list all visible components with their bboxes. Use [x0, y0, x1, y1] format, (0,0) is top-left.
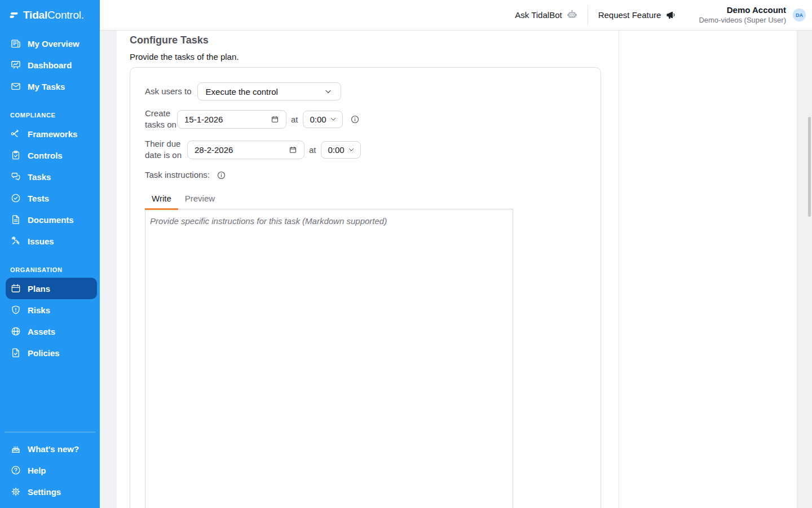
sidebar-item-tests[interactable]: Tests: [0, 187, 100, 209]
page-subtitle: Provide the tasks of the plan.: [130, 52, 619, 62]
avatar[interactable]: DA: [793, 8, 806, 21]
sidebar-item-help[interactable]: Help: [5, 459, 95, 481]
sidebar-item-label: Dashboard: [28, 60, 72, 70]
sidebar-item-my-tasks[interactable]: My Tasks: [0, 76, 100, 97]
sidebar-item-policies[interactable]: Policies: [0, 342, 100, 364]
sidebar-item-dashboard[interactable]: Dashboard: [0, 54, 100, 76]
chevron-down-icon: [329, 115, 337, 123]
topbar: Ask TidalBot Request Feature Demo Accoun…: [100, 0, 812, 30]
account-info[interactable]: Demo Account Demo-videos (Super User): [699, 5, 786, 25]
sidebar-item-label: Assets: [28, 327, 55, 336]
scrollbar-thumb[interactable]: [808, 117, 811, 217]
sidebar-item-label: Tasks: [28, 172, 51, 182]
chevron-down-icon: [347, 146, 355, 154]
due-date-label: Their due date is on: [145, 138, 182, 161]
sidebar-item-label: Tests: [28, 194, 49, 203]
chat-bubbles-icon: [10, 171, 21, 182]
sidebar-item-label: Risks: [28, 305, 50, 315]
ask-users-row: Ask users to Execute the control: [145, 82, 601, 100]
request-feature-button[interactable]: Request Feature: [598, 10, 677, 20]
sidebar-item-whats-new[interactable]: What's new?: [5, 438, 95, 459]
main-column: Configure Tasks Provide the tasks of the…: [117, 30, 619, 508]
due-time-value: 0:00: [328, 145, 345, 155]
sidebar-section-compliance: COMPLIANCE: [0, 112, 100, 119]
sidebar-item-risks[interactable]: Risks: [0, 299, 100, 321]
sidebar-section-organisation: ORGANISATION: [0, 266, 100, 273]
tidalcontrol-logo-icon: [8, 10, 19, 21]
due-date-value: 28-2-2026: [195, 145, 233, 155]
content-area: Configure Tasks Provide the tasks of the…: [100, 30, 812, 508]
create-date-value: 15-1-2026: [184, 115, 223, 124]
task-instructions-row: Task instructions:: [145, 169, 601, 181]
document-text-icon: [10, 214, 21, 225]
create-date-input[interactable]: 15-1-2026: [177, 110, 286, 129]
ask-tidalbot-label: Ask TidalBot: [515, 10, 562, 20]
sidebar-item-label: Policies: [28, 348, 60, 358]
account-role: Demo-videos (Super User): [699, 16, 786, 25]
sidebar: TidalControl. My Overview Dashboard My T…: [0, 0, 100, 508]
robot-icon: [567, 10, 577, 20]
left-gutter: [100, 30, 117, 508]
sidebar-item-issues[interactable]: Issues: [0, 230, 100, 252]
request-feature-label: Request Feature: [598, 10, 661, 20]
configure-tasks-page: Configure Tasks Provide the tasks of the…: [117, 30, 619, 508]
sidebar-item-controls[interactable]: Controls: [0, 144, 100, 166]
envelope-icon: [10, 81, 21, 92]
sidebar-item-documents[interactable]: Documents: [0, 209, 100, 230]
scrollbar-track: [797, 30, 812, 508]
due-date-input[interactable]: 28-2-2026: [187, 141, 304, 159]
instructions-editor: [145, 209, 513, 508]
sidebar-item-assets[interactable]: Assets: [0, 321, 100, 342]
topbar-divider: [588, 5, 588, 25]
brand-logo[interactable]: TidalControl.: [0, 0, 100, 30]
task-instructions-label: Task instructions:: [145, 169, 210, 181]
newspaper-icon: [10, 38, 21, 49]
sidebar-item-label: Controls: [28, 151, 63, 160]
sidebar-item-label: Frameworks: [28, 129, 77, 139]
sidebar-nav: My Overview Dashboard My Tasks COMPLIANC…: [0, 30, 100, 508]
sidebar-item-label: What's new?: [28, 444, 79, 454]
document-check-icon: [10, 347, 21, 358]
presentation-chart-icon: [10, 59, 21, 71]
megaphone-icon: [665, 10, 676, 20]
instructions-textarea[interactable]: [145, 209, 513, 508]
at-label: at: [291, 115, 298, 124]
at-label: at: [309, 145, 316, 155]
calendar-icon: [10, 283, 21, 294]
shield-exclamation-icon: [10, 304, 21, 316]
calendar-picker-icon: [289, 146, 297, 154]
sidebar-item-frameworks[interactable]: Frameworks: [0, 123, 100, 144]
create-time-select[interactable]: 0:00: [303, 111, 343, 128]
sidebar-bottom-group: What's new? Help Settings: [5, 432, 95, 508]
tab-write[interactable]: Write: [145, 190, 178, 209]
sidebar-item-label: Help: [28, 466, 46, 475]
sidebar-item-label: My Overview: [28, 39, 80, 49]
tasks-form-card: Ask users to Execute the control Create …: [130, 67, 601, 508]
create-tasks-label: Create tasks on: [145, 108, 177, 130]
page-title: Configure Tasks: [130, 34, 619, 46]
ask-users-select[interactable]: Execute the control: [197, 82, 341, 100]
question-circle-icon: [10, 465, 21, 476]
info-icon: [350, 115, 360, 124]
sidebar-item-plans[interactable]: Plans: [6, 278, 97, 299]
create-time-value: 0:00: [310, 115, 326, 124]
sidebar-item-tasks[interactable]: Tasks: [0, 166, 100, 187]
editor-tabs: Write Preview: [145, 190, 513, 209]
ask-tidalbot-button[interactable]: Ask TidalBot: [515, 10, 577, 20]
due-time-select[interactable]: 0:00: [321, 141, 361, 159]
sidebar-item-my-overview[interactable]: My Overview: [0, 33, 100, 54]
sidebar-item-label: Plans: [28, 284, 50, 294]
create-tasks-info-button[interactable]: [350, 115, 360, 124]
check-badge-icon: [10, 192, 21, 204]
globe-icon: [10, 326, 21, 337]
flow-branch-icon: [10, 128, 21, 139]
sidebar-item-settings[interactable]: Settings: [5, 481, 95, 502]
sidebar-item-label: Documents: [28, 215, 74, 225]
chevron-down-icon: [324, 87, 333, 96]
info-icon: [217, 170, 226, 180]
account-name: Demo Account: [699, 5, 786, 16]
clipboard-check-icon: [10, 150, 21, 161]
sidebar-item-label: My Tasks: [28, 82, 65, 91]
tab-preview[interactable]: Preview: [178, 190, 222, 209]
task-instructions-info-button[interactable]: [217, 170, 226, 180]
